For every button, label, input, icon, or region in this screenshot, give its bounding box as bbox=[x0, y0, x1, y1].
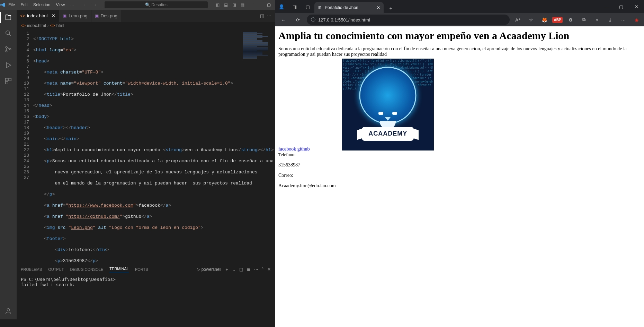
nav-arrows: ← → bbox=[81, 2, 99, 8]
vscode-body: <> index.html ✕ ▣ Leon.png ▣ Des.png ◫ ⋯ bbox=[0, 10, 275, 319]
new-terminal-icon[interactable]: ＋ bbox=[225, 267, 229, 273]
panel-tab-terminal[interactable]: TERMINAL bbox=[109, 267, 129, 272]
chevron-right-icon: › bbox=[47, 23, 49, 28]
new-tab-icon[interactable]: ＋ bbox=[386, 3, 395, 13]
read-aloud-icon[interactable]: A⁺ bbox=[513, 15, 523, 25]
tab-close-icon[interactable]: ✕ bbox=[377, 5, 380, 10]
extensions-icon[interactable] bbox=[3, 76, 13, 86]
copilot-icon[interactable]: ◉ bbox=[632, 15, 641, 25]
more-icon[interactable]: ⋯ bbox=[618, 15, 628, 25]
github-link[interactable]: github bbox=[297, 146, 310, 152]
minimap[interactable] bbox=[243, 32, 271, 52]
vscode-logo-icon bbox=[0, 2, 6, 8]
panel-close-icon[interactable]: ✕ bbox=[267, 267, 271, 272]
more-actions-icon[interactable]: ⋯ bbox=[267, 13, 271, 18]
more-icon[interactable]: ⋯ bbox=[254, 267, 258, 272]
panel-tab-debug[interactable]: DEBUG CONSOLE bbox=[70, 267, 103, 272]
search-activity-icon[interactable] bbox=[3, 28, 13, 38]
breadcrumb[interactable]: <> index.html › <> html bbox=[17, 22, 275, 29]
code-content[interactable]: <!DOCTYPE html> <html lang="es"> <head> … bbox=[33, 29, 275, 264]
maximize-icon[interactable]: ▢ bbox=[262, 0, 275, 10]
menu-overflow-icon[interactable]: ··· bbox=[68, 1, 77, 9]
code-editor[interactable]: 1234567891011121314151617181920212223242… bbox=[17, 29, 275, 264]
tab-label: Leon.png bbox=[69, 13, 87, 18]
address-bar[interactable]: ⓘ 127.0.0.1:5501/index.html bbox=[307, 15, 510, 25]
tab-index-html[interactable]: <> index.html ✕ bbox=[17, 10, 59, 22]
line-gutter: 1234567891011121314151617181920212223242… bbox=[17, 29, 33, 264]
page-favicon-icon: 🗎 bbox=[318, 5, 322, 10]
panel-tab-ports[interactable]: PORTS bbox=[135, 267, 148, 272]
command-center-search[interactable]: 🔍 Desafios bbox=[104, 1, 208, 9]
terminal-body[interactable]: PS C:\Users\peluf\Desktop\Desafios> fail… bbox=[17, 275, 275, 319]
profile-icon[interactable]: 👤 bbox=[275, 0, 288, 13]
rendered-page[interactable]: Amplia tu conocimiento con mayor empeño … bbox=[275, 26, 644, 327]
chevron-down-icon[interactable]: ⌄ bbox=[232, 267, 236, 272]
adblock-icon[interactable]: ABP bbox=[553, 15, 562, 25]
menu-view[interactable]: View bbox=[53, 1, 68, 9]
page-heading: Amplia tu conocimiento con mayor empeño … bbox=[278, 30, 641, 42]
menu-edit[interactable]: Edit bbox=[18, 1, 30, 9]
nav-back-icon[interactable]: ← bbox=[81, 2, 89, 8]
layout-bottom-icon[interactable]: ⬓ bbox=[222, 1, 230, 9]
svg-point-3 bbox=[9, 49, 11, 50]
maximize-icon[interactable]: ▢ bbox=[614, 0, 629, 13]
browser-tab[interactable]: 🗎 Portafolio de Jhon ✕ bbox=[314, 2, 384, 13]
mail-label: Correo: bbox=[278, 173, 641, 178]
shell-indicator[interactable]: ▷ powershell bbox=[197, 267, 221, 272]
kill-terminal-icon[interactable]: 🗑 bbox=[247, 267, 251, 272]
editor-area: <> index.html ✕ ▣ Leon.png ▣ Des.png ◫ ⋯ bbox=[17, 10, 275, 319]
collections-icon[interactable]: ⧉ bbox=[579, 15, 589, 25]
vscode-titlebar: File Edit Selection View ··· ← → 🔍 Desaf… bbox=[0, 0, 275, 10]
nav-forward-icon[interactable]: → bbox=[90, 2, 99, 8]
tab-leon-png[interactable]: ▣ Leon.png bbox=[59, 10, 91, 22]
facebook-link[interactable]: facebook bbox=[278, 146, 296, 152]
menu-selection[interactable]: Selection bbox=[30, 1, 53, 9]
downloads-icon[interactable]: ⤓ bbox=[605, 15, 615, 25]
image-file-icon: ▣ bbox=[95, 14, 99, 18]
source-control-icon[interactable] bbox=[3, 44, 13, 54]
split-editor-icon[interactable]: ◫ bbox=[260, 13, 264, 18]
svg-point-2 bbox=[6, 50, 7, 52]
html-file-icon: <> bbox=[20, 14, 25, 18]
accounts-icon[interactable] bbox=[3, 306, 13, 316]
layout-left-icon[interactable]: ◧ bbox=[214, 1, 221, 9]
breadcrumb-file: index.html bbox=[27, 23, 46, 28]
panel-tab-problems[interactable]: PROBLEMS bbox=[21, 267, 42, 272]
svg-point-7 bbox=[7, 309, 9, 311]
html-file-icon: <> bbox=[21, 23, 26, 28]
vscode-statusbar bbox=[0, 319, 275, 327]
split-terminal-icon[interactable]: ◫ bbox=[239, 267, 243, 272]
tel-value: 315638987 bbox=[278, 162, 641, 168]
layout-right-icon[interactable]: ◨ bbox=[230, 1, 238, 9]
toolbar-extensions: A⁺ ☆ 🦊 ABP ⚙ ⧉ ✧ ⤓ ⋯ ◉ bbox=[513, 15, 641, 25]
extensions-icon[interactable]: ⚙ bbox=[566, 15, 575, 25]
tab-actions-icon[interactable]: ▢ bbox=[301, 0, 314, 13]
tab-des-png[interactable]: ▣ Des.png bbox=[91, 10, 121, 22]
minimize-icon[interactable]: ― bbox=[249, 0, 262, 10]
tab-label: Des.png bbox=[101, 13, 117, 18]
menu-file[interactable]: File bbox=[6, 1, 18, 9]
browser-tabs: 🗎 Portafolio de Jhon ✕ ＋ bbox=[314, 0, 598, 13]
browser-titlebar: 👤 ◨ ▢ 🗎 Portafolio de Jhon ✕ ＋ ― ▢ ✕ bbox=[275, 0, 644, 13]
favorite-icon[interactable]: ☆ bbox=[526, 15, 536, 25]
layout-grid-icon[interactable]: ▦ bbox=[239, 1, 246, 9]
svg-rect-5 bbox=[9, 78, 11, 81]
nav-refresh-icon[interactable]: ⟳ bbox=[292, 14, 303, 25]
sidebar-toggle-icon[interactable]: ◨ bbox=[288, 0, 301, 13]
close-icon[interactable]: ✕ bbox=[629, 0, 644, 13]
favorites-bar-icon[interactable]: ✧ bbox=[592, 15, 602, 25]
nav-back-icon[interactable]: ← bbox=[278, 14, 289, 25]
minimize-icon[interactable]: ― bbox=[598, 0, 614, 13]
url-text: 127.0.0.1:5501/index.html bbox=[318, 17, 370, 23]
extension-icon[interactable]: 🦊 bbox=[539, 15, 549, 25]
explorer-icon[interactable] bbox=[3, 12, 13, 22]
svg-rect-6 bbox=[6, 81, 8, 84]
tab-close-icon[interactable]: ✕ bbox=[52, 13, 55, 18]
run-debug-icon[interactable] bbox=[3, 60, 13, 70]
site-info-icon[interactable]: ⓘ bbox=[311, 17, 315, 23]
panel-maximize-icon[interactable]: ˄ bbox=[262, 267, 264, 272]
vscode-window: File Edit Selection View ··· ← → 🔍 Desaf… bbox=[0, 0, 275, 327]
search-placeholder: Desafios bbox=[151, 2, 168, 7]
panel-tab-output[interactable]: OUTPUT bbox=[48, 267, 64, 272]
tab-title: Portafolio de Jhon bbox=[325, 5, 358, 10]
